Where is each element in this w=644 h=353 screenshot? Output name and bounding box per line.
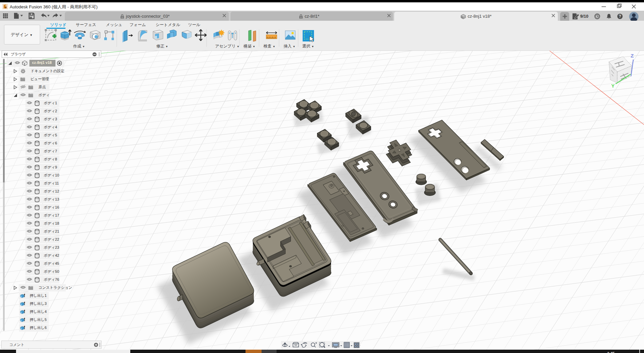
svg-text:Z: Z	[631, 53, 634, 58]
svg-text:?: ?	[619, 14, 621, 19]
svg-text:Y: Y	[611, 83, 615, 89]
